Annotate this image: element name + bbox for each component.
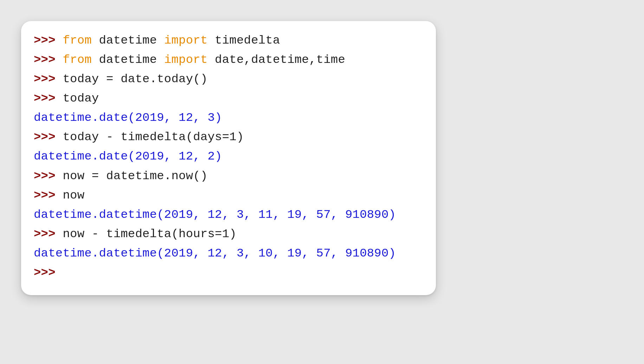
code-line: >>> now - timedelta(hours=1) bbox=[34, 225, 423, 244]
keyword-import: import bbox=[164, 53, 208, 66]
code-text: now - timedelta(hours=1) bbox=[63, 227, 236, 241]
output-line: datetime.datetime(2019, 12, 3, 11, 19, 5… bbox=[34, 205, 423, 225]
code-line: >>> from datetime import date,datetime,t… bbox=[34, 50, 423, 70]
repl-prompt: >>> bbox=[34, 169, 63, 183]
code-line: >>> now = datetime.now() bbox=[34, 167, 423, 186]
output-line: datetime.datetime(2019, 12, 3, 10, 19, 5… bbox=[34, 244, 423, 263]
repl-prompt: >>> bbox=[34, 92, 63, 105]
output-text: datetime.date(2019, 12, 2) bbox=[34, 150, 222, 163]
code-card: >>> from datetime import timedelta >>> f… bbox=[21, 21, 436, 295]
keyword-import: import bbox=[164, 34, 208, 47]
keyword-from: from bbox=[63, 53, 91, 66]
code-line: >>> bbox=[34, 263, 423, 282]
code-text: now bbox=[63, 189, 84, 202]
repl-prompt-empty: >>> bbox=[34, 266, 56, 279]
code-line: >>> today = date.today() bbox=[34, 70, 423, 89]
repl-prompt: >>> bbox=[34, 53, 63, 66]
code-line: >>> now bbox=[34, 186, 423, 205]
repl-prompt: >>> bbox=[34, 34, 63, 47]
code-text: date,datetime,time bbox=[208, 53, 345, 66]
output-text: datetime.datetime(2019, 12, 3, 10, 19, 5… bbox=[34, 247, 396, 260]
code-text: today - timedelta(days=1) bbox=[63, 130, 244, 144]
code-text: datetime bbox=[92, 53, 164, 66]
code-text: datetime bbox=[92, 34, 164, 47]
repl-prompt: >>> bbox=[34, 189, 63, 202]
code-text: timedelta bbox=[208, 34, 280, 47]
repl-prompt: >>> bbox=[34, 227, 63, 241]
output-line: datetime.date(2019, 12, 2) bbox=[34, 147, 423, 166]
output-text: datetime.date(2019, 12, 3) bbox=[34, 111, 222, 124]
code-line: >>> today bbox=[34, 89, 423, 108]
code-text: now = datetime.now() bbox=[63, 169, 207, 183]
code-text: today bbox=[63, 92, 99, 105]
repl-prompt: >>> bbox=[34, 130, 63, 144]
code-line: >>> from datetime import timedelta bbox=[34, 31, 423, 50]
output-line: datetime.date(2019, 12, 3) bbox=[34, 108, 423, 128]
repl-prompt: >>> bbox=[34, 72, 63, 86]
keyword-from: from bbox=[63, 34, 91, 47]
output-text: datetime.datetime(2019, 12, 3, 11, 19, 5… bbox=[34, 208, 396, 221]
code-line: >>> today - timedelta(days=1) bbox=[34, 128, 423, 147]
code-text: today = date.today() bbox=[63, 72, 207, 86]
